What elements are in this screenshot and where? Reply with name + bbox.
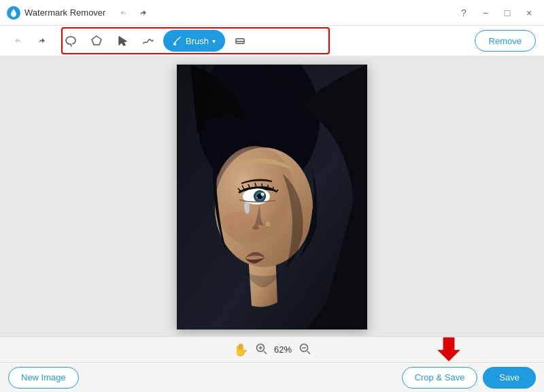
- eraser-tool-button[interactable]: [229, 30, 251, 52]
- title-bar: Watermark Remover ? − □ ×: [0, 0, 544, 26]
- toolbar: Brush ▾ Remove: [0, 26, 544, 57]
- zoom-out-icon[interactable]: [299, 342, 311, 357]
- window-controls: ? − □ ×: [456, 5, 537, 21]
- help-window-button[interactable]: ?: [456, 5, 472, 21]
- undo-button[interactable]: [114, 3, 133, 22]
- remove-button[interactable]: Remove: [475, 30, 536, 52]
- svg-line-23: [264, 351, 267, 354]
- svg-marker-29: [438, 338, 460, 361]
- brush-label: Brush: [186, 36, 209, 46]
- nav-buttons: [114, 3, 153, 22]
- crop-save-button[interactable]: Crop & Save: [402, 367, 478, 389]
- svg-line-27: [307, 351, 310, 354]
- svg-point-0: [173, 43, 176, 46]
- image-container: [177, 65, 367, 329]
- save-button[interactable]: Save: [483, 367, 536, 389]
- pan-icon[interactable]: ✋: [233, 342, 248, 357]
- close-button[interactable]: ×: [521, 5, 537, 21]
- right-buttons: Crop & Save Save: [402, 367, 536, 389]
- svg-line-15: [262, 183, 262, 188]
- arrow-down-indicator: [435, 335, 462, 365]
- bottom-bar: New Image Crop & Save Save: [0, 362, 544, 392]
- portrait-image: [177, 65, 367, 329]
- app-logo: Watermark Remover: [7, 6, 105, 20]
- brush-tool-button[interactable]: Brush ▾: [163, 30, 225, 52]
- zoom-controls: ✋ 62%: [233, 342, 311, 357]
- svg-point-9: [261, 192, 265, 196]
- freehand-tool-button[interactable]: [137, 30, 159, 52]
- status-bar: ✋ 62%: [0, 336, 544, 362]
- zoom-in-icon[interactable]: [255, 342, 267, 357]
- remove-label: Remove: [489, 36, 522, 46]
- logo-icon: [7, 6, 20, 20]
- app-title: Watermark Remover: [24, 7, 105, 18]
- svg-point-19: [252, 226, 259, 230]
- svg-point-10: [256, 197, 258, 198]
- svg-point-21: [266, 222, 270, 226]
- redo-button[interactable]: [134, 3, 153, 22]
- toolbar-forward-button[interactable]: [33, 31, 52, 50]
- brush-chevron-icon: ▾: [212, 37, 216, 45]
- maximize-button[interactable]: □: [499, 5, 515, 21]
- new-image-button[interactable]: New Image: [8, 367, 79, 389]
- minimize-button[interactable]: −: [477, 5, 494, 21]
- arrow-tool-button[interactable]: [112, 30, 133, 52]
- lasso-tool-button[interactable]: [60, 30, 82, 52]
- toolbar-back-button[interactable]: [8, 31, 27, 50]
- polygon-lasso-tool-button[interactable]: [86, 30, 107, 52]
- svg-line-17: [273, 187, 273, 191]
- canvas-area: [0, 57, 544, 336]
- svg-point-20: [223, 211, 253, 230]
- zoom-value: 62%: [274, 344, 292, 355]
